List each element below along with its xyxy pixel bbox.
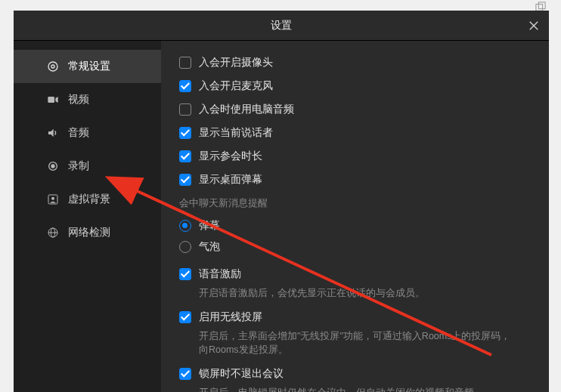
radio-bubble[interactable] bbox=[179, 241, 191, 253]
sidebar-item-network[interactable]: 网络检测 bbox=[14, 216, 161, 249]
settings-content[interactable]: 入会开启摄像头 入会开启麦克风 入会时使用电脑音频 显示当前说话者 显示参会时长 bbox=[161, 41, 549, 392]
option-label: 显示参会时长 bbox=[199, 150, 262, 163]
svg-rect-6 bbox=[48, 97, 54, 103]
sidebar-item-label: 录制 bbox=[68, 159, 89, 173]
sidebar-item-label: 视频 bbox=[68, 93, 89, 106]
checkbox-pc-audio-on-join[interactable] bbox=[179, 103, 191, 116]
option-label: 启用无线投屏 bbox=[199, 310, 262, 324]
checkbox-camera-on-join[interactable] bbox=[179, 57, 191, 69]
option-label: 语音激励 bbox=[199, 267, 241, 281]
svg-rect-1 bbox=[538, 2, 545, 9]
checkbox-wireless-cast[interactable] bbox=[179, 311, 191, 323]
sidebar-item-audio[interactable]: 音频 bbox=[14, 116, 161, 150]
person-icon bbox=[47, 193, 59, 205]
sidebar-item-label: 虚拟背景 bbox=[68, 193, 110, 206]
sidebar-item-video[interactable]: 视频 bbox=[14, 83, 161, 116]
sidebar-item-label: 网络检测 bbox=[68, 226, 110, 239]
chat-notify-title: 会中聊天新消息提醒 bbox=[179, 196, 531, 210]
checkbox-voice-boost[interactable] bbox=[179, 268, 191, 280]
option-label: 入会开启麦克风 bbox=[199, 79, 273, 93]
sidebar-item-general[interactable]: 常规设置 bbox=[14, 50, 161, 83]
radio-bullet[interactable] bbox=[179, 220, 191, 232]
radio-label: 气泡 bbox=[199, 240, 220, 254]
svg-point-10 bbox=[51, 164, 54, 168]
option-desc: 开启语音激励后，会优先显示正在说话的与会成员。 bbox=[199, 286, 516, 300]
window-title: 设置 bbox=[271, 19, 292, 32]
sidebar-item-label: 常规设置 bbox=[68, 60, 110, 73]
svg-point-12 bbox=[51, 197, 54, 200]
option-label: 锁屏时不退出会议 bbox=[199, 367, 284, 381]
checkbox-show-duration[interactable] bbox=[179, 150, 191, 162]
option-desc: 开启后，主界面会增加"无线投屏"功能，可通过输入Rooms上的投屏码，向Room… bbox=[199, 329, 516, 357]
close-button[interactable] bbox=[525, 17, 543, 35]
option-desc: 开启后，电脑锁屏时仍然在会议中，但自动关闭你的视频和音频。 bbox=[199, 386, 516, 392]
sidebar-item-label: 音频 bbox=[68, 126, 89, 140]
record-icon bbox=[47, 160, 59, 172]
sidebar-item-virtual-bg[interactable]: 虚拟背景 bbox=[14, 183, 161, 216]
svg-marker-7 bbox=[55, 97, 57, 103]
svg-marker-8 bbox=[48, 129, 54, 137]
speaker-icon bbox=[47, 127, 59, 139]
globe-icon bbox=[47, 227, 59, 239]
svg-point-4 bbox=[51, 65, 54, 68]
gear-icon bbox=[47, 60, 59, 73]
checkbox-show-desktop-bullet[interactable] bbox=[179, 174, 191, 186]
checkbox-mic-on-join[interactable] bbox=[179, 80, 191, 92]
option-label: 入会时使用电脑音频 bbox=[199, 103, 294, 116]
svg-rect-0 bbox=[536, 5, 543, 11]
video-icon bbox=[47, 94, 59, 106]
option-label: 显示桌面弹幕 bbox=[199, 173, 262, 187]
settings-window: 设置 常规设置 视频 bbox=[14, 11, 549, 392]
checkbox-show-speaker[interactable] bbox=[179, 127, 191, 139]
option-label: 显示当前说话者 bbox=[199, 126, 273, 140]
radio-label: 弹幕 bbox=[199, 219, 220, 233]
sidebar-item-record[interactable]: 录制 bbox=[14, 150, 161, 183]
titlebar: 设置 bbox=[14, 11, 549, 41]
option-label: 入会开启摄像头 bbox=[199, 56, 273, 69]
sidebar: 常规设置 视频 音频 bbox=[14, 41, 161, 392]
svg-point-5 bbox=[48, 62, 57, 71]
checkbox-lock-no-exit[interactable] bbox=[179, 368, 191, 380]
